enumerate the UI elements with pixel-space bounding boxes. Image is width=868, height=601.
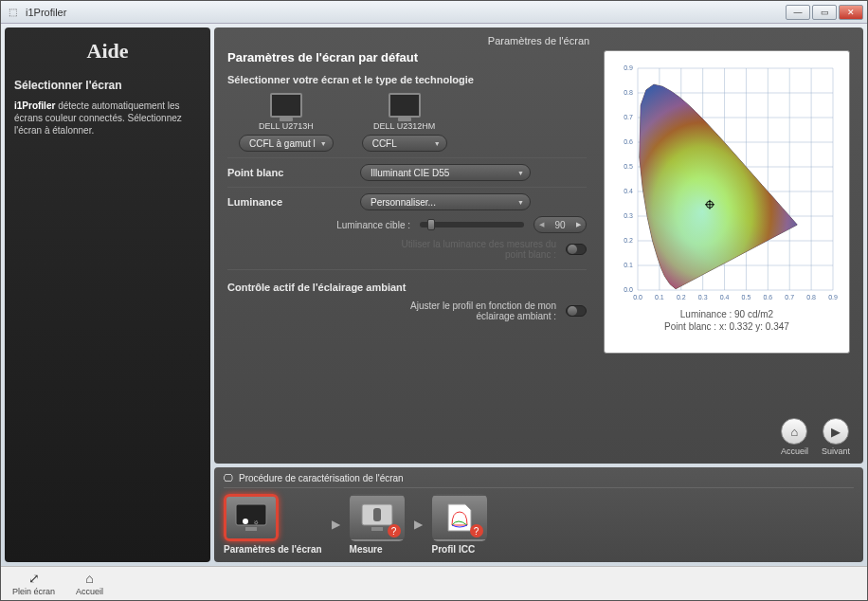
help-badge-icon: ? (470, 524, 483, 537)
chromaticity-preview: 0.00.10.20.30.40.50.60.70.80.90.00.10.20… (604, 50, 850, 354)
luminance-label: Luminance (227, 196, 360, 208)
monitor-icon: 🖵 (224, 473, 233, 483)
fullscreen-button[interactable]: ⤢ Plein écran (12, 571, 55, 596)
use-measure-toggle (566, 244, 587, 255)
footer: ⤢ Plein écran ⌂ Accueil (1, 566, 867, 600)
svg-text:0.7: 0.7 (785, 294, 794, 300)
luminance-combo[interactable]: Personnaliser... (360, 193, 531, 210)
svg-text:0.9: 0.9 (624, 64, 633, 71)
svg-text:0.0: 0.0 (633, 294, 642, 300)
panel-title: Paramètres de l'écran par défaut (227, 50, 587, 64)
svg-text:0.8: 0.8 (624, 89, 633, 96)
svg-rect-49 (371, 527, 383, 531)
svg-text:☼: ☼ (253, 519, 259, 525)
svg-text:0.6: 0.6 (763, 294, 772, 300)
svg-text:0.2: 0.2 (624, 237, 633, 244)
target-luminance-value[interactable]: 90 (533, 216, 587, 233)
white-point-label: Point blanc (227, 167, 360, 178)
chromaticity-chart: 0.00.10.20.30.40.50.60.70.80.90.00.10.20… (613, 61, 841, 307)
svg-text:0.1: 0.1 (655, 294, 664, 300)
svg-text:0.7: 0.7 (624, 114, 633, 120)
svg-text:0.3: 0.3 (624, 212, 633, 219)
svg-text:0.4: 0.4 (720, 294, 730, 300)
use-measure-label: Utiliser la luminance des mesures du poi… (386, 239, 556, 260)
home-button[interactable]: ⌂ Accueil (781, 418, 808, 456)
monitor-label: DELL U2312HM (373, 121, 435, 131)
next-button[interactable]: ▶ Suivant (822, 418, 850, 456)
svg-point-45 (243, 519, 248, 524)
svg-text:0.3: 0.3 (698, 294, 708, 300)
svg-text:0.4: 0.4 (624, 188, 633, 194)
monitor-icon (270, 93, 302, 118)
svg-rect-48 (373, 508, 381, 521)
play-icon: ▶ (823, 418, 849, 445)
chevron-right-icon: ▶ (332, 518, 340, 531)
monitor-option-0[interactable]: DELL U2713H CCFL à gamut l (239, 93, 334, 152)
svg-text:0.5: 0.5 (624, 163, 633, 170)
svg-text:0.9: 0.9 (828, 294, 838, 300)
footer-home-button[interactable]: ⌂ Accueil (76, 571, 103, 596)
svg-text:0.5: 0.5 (742, 294, 751, 300)
workflow-step-profile[interactable]: ? Profil ICC (432, 494, 487, 555)
select-monitor-label: Sélectionner votre écran et le type de t… (227, 74, 587, 85)
ambient-toggle[interactable] (566, 305, 587, 317)
minimize-button[interactable]: — (786, 5, 810, 20)
titlebar: ⬚ i1Profiler — ▭ ✕ (1, 1, 867, 24)
preview-whitepoint-text: Point blanc : x: 0.332 y: 0.347 (664, 321, 789, 332)
workflow-step-measure[interactable]: ? Mesure (350, 494, 405, 555)
fullscreen-icon: ⤢ (28, 571, 40, 586)
ambient-title: Contrôle actif de l'éclairage ambiant (227, 282, 587, 293)
settings-panel: Paramètres de l'écran Paramètres de l'éc… (214, 27, 863, 464)
white-point-combo[interactable]: Illuminant CIE D55 (360, 164, 531, 181)
monitor-icon (389, 93, 421, 118)
svg-text:0.2: 0.2 (677, 294, 686, 300)
monitor-tech-combo-1[interactable]: CCFL (362, 135, 447, 152)
help-body: i1Profiler détecte automatiquement les é… (14, 100, 201, 137)
close-button[interactable]: ✕ (839, 5, 863, 20)
preview-luminance-text: Luminance : 90 cd/m2 (680, 309, 773, 319)
home-icon: ⌂ (781, 418, 807, 445)
home-icon: ⌂ (85, 571, 93, 586)
ambient-label: Ajuster le profil en fonction de mon écl… (386, 300, 556, 321)
app-icon: ⬚ (5, 5, 20, 20)
panel-header: Paramètres de l'écran (227, 35, 850, 46)
help-badge-icon: ? (388, 524, 401, 537)
svg-rect-43 (236, 504, 266, 525)
help-title: Aide (14, 39, 201, 64)
workflow-panel: 🖵 Procédure de caractérisation de l'écra… (214, 467, 863, 562)
monitor-tech-combo-0[interactable]: CCFL à gamut l (239, 135, 334, 152)
target-luminance-slider[interactable] (420, 222, 524, 228)
svg-text:0.6: 0.6 (624, 138, 633, 145)
svg-rect-44 (245, 527, 257, 531)
target-luminance-label: Luminance cible : (336, 220, 410, 230)
monitor-option-1[interactable]: DELL U2312HM CCFL (362, 93, 447, 152)
svg-text:0.1: 0.1 (624, 262, 633, 268)
svg-text:0.0: 0.0 (624, 286, 633, 293)
workflow-title: Procédure de caractérisation de l'écran (239, 473, 404, 483)
maximize-button[interactable]: ▭ (812, 5, 837, 20)
app-title: i1Profiler (26, 7, 786, 18)
monitor-label: DELL U2713H (259, 121, 314, 131)
workflow-step-settings[interactable]: ☼ Paramètres de l'écran (224, 494, 322, 555)
help-sidebar: Aide Sélectionner l'écran i1Profiler dét… (5, 27, 210, 562)
help-subtitle: Sélectionner l'écran (14, 79, 201, 92)
svg-text:0.8: 0.8 (806, 294, 816, 300)
chevron-right-icon: ▶ (414, 518, 423, 531)
